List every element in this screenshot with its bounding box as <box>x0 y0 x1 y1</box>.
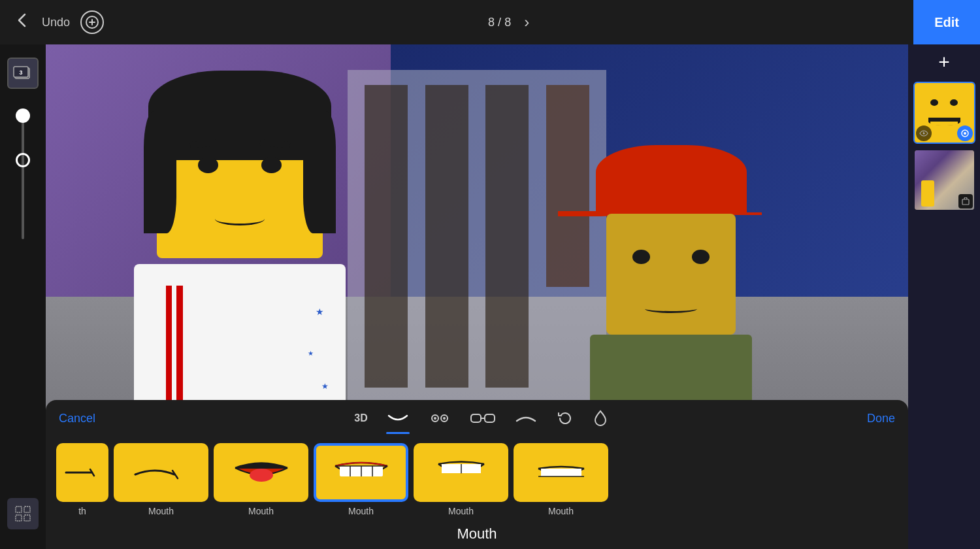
thumb-eye-icon <box>916 125 932 141</box>
undo-button[interactable]: Undo <box>42 16 70 29</box>
right-sidebar: + <box>908 44 980 549</box>
toolbar-left: Undo <box>0 10 104 34</box>
svg-rect-33 <box>541 469 581 476</box>
slider-thumb-bottom[interactable] <box>16 153 30 167</box>
bottom-toolbar: Cancel 3D <box>46 400 908 437</box>
mouth-item-3[interactable]: Mouth <box>214 443 308 516</box>
svg-rect-8 <box>16 515 22 521</box>
face-tool-mouth[interactable] <box>386 412 410 425</box>
eyes-tool-icon <box>428 412 451 425</box>
top-toolbar: Undo 8 / 8 › Edit <box>0 0 980 44</box>
face-tool-brows[interactable] <box>514 412 538 425</box>
svg-point-16 <box>434 417 436 420</box>
face-tool-teardrop[interactable] <box>593 409 608 427</box>
face-tool-glasses[interactable] <box>470 412 496 425</box>
selected-item-label: Mouth <box>46 523 908 549</box>
svg-rect-6 <box>16 507 22 512</box>
slider-thumb-top[interactable] <box>16 108 30 123</box>
toolbar-right: Edit <box>913 0 980 44</box>
svg-rect-20 <box>485 414 495 422</box>
mouth-tool-icon <box>386 412 410 425</box>
face-tool-3d[interactable]: 3D <box>354 412 367 424</box>
svg-point-18 <box>443 417 446 420</box>
glasses-tool-icon <box>470 412 496 425</box>
mouth-item-1[interactable]: th <box>56 443 108 516</box>
slider-track <box>22 108 24 239</box>
slider-container <box>22 108 24 239</box>
main-area: 3 <box>0 44 980 549</box>
left-sidebar: 3 <box>0 44 46 549</box>
face-tool-eyes[interactable] <box>428 412 451 425</box>
face-tools: 3D <box>95 409 867 427</box>
nav-next-button[interactable]: › <box>524 13 529 31</box>
add-button[interactable]: + <box>938 51 950 73</box>
thumbnail-2[interactable] <box>913 149 975 211</box>
mouth-item-5[interactable]: Mouth <box>414 443 508 516</box>
layer-badge[interactable]: 3 <box>7 58 39 89</box>
teardrop-tool-icon <box>593 409 608 427</box>
mouth-item-6[interactable]: Mouth <box>514 443 608 516</box>
toolbar-center: 8 / 8 › <box>104 13 913 31</box>
back-button[interactable] <box>13 11 31 34</box>
done-button[interactable]: Done <box>867 412 895 425</box>
face-tool-rotate[interactable] <box>556 409 574 427</box>
bottom-panel: Cancel 3D <box>46 400 908 549</box>
svg-point-13 <box>964 132 966 135</box>
svg-text:3: 3 <box>19 69 22 76</box>
rotate-tool-icon <box>556 409 574 427</box>
svg-point-25 <box>250 469 273 482</box>
zoom-button[interactable] <box>80 10 104 34</box>
grid-icon[interactable] <box>7 498 39 529</box>
svg-rect-19 <box>471 414 481 422</box>
brows-tool-icon <box>514 412 538 425</box>
mouth-item-2[interactable]: Mouth <box>114 443 208 516</box>
mouth-item-4[interactable]: Mouth <box>314 443 408 516</box>
svg-rect-9 <box>24 515 30 521</box>
page-counter: 8 / 8 <box>488 16 511 29</box>
svg-rect-14 <box>962 199 969 205</box>
edit-button[interactable]: Edit <box>913 0 980 44</box>
mouth-items-row: th Mouth <box>46 437 908 523</box>
thumbnail-1[interactable] <box>913 82 975 144</box>
svg-rect-7 <box>24 507 30 512</box>
thumb-overlay-1 <box>957 125 973 141</box>
cancel-button[interactable]: Cancel <box>59 412 95 425</box>
active-underline <box>386 432 410 434</box>
